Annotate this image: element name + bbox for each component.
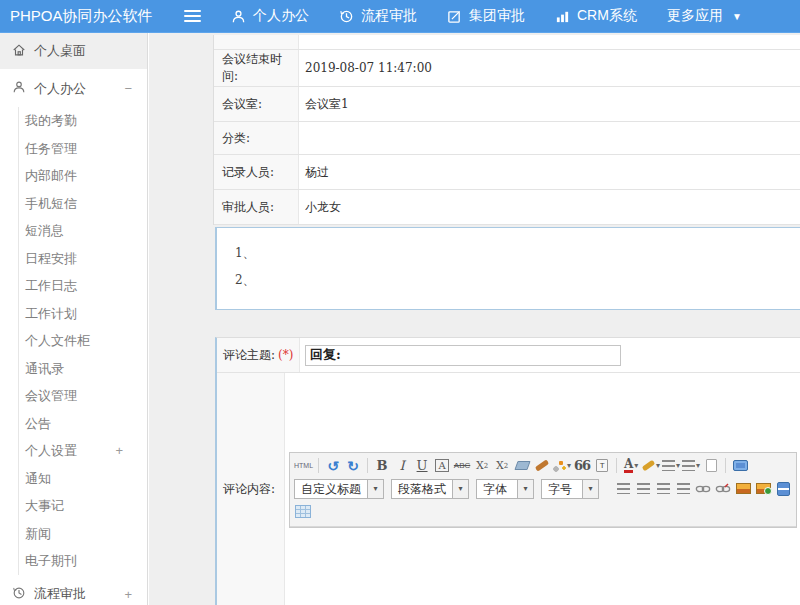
sidebar-item-major-events[interactable]: 大事记 [19, 492, 147, 520]
expand-icon[interactable]: + [124, 587, 132, 602]
subscript-button[interactable]: X2 [493, 457, 511, 475]
table-row: 记录人员: 杨过 [214, 155, 800, 190]
sidebar-item-e-journal[interactable]: 电子期刊 [19, 547, 147, 575]
font-name-button[interactable]: A [435, 459, 448, 472]
eraser-icon [514, 461, 530, 470]
sidebar-item-news[interactable]: 新闻 [19, 520, 147, 548]
sidebar-item-short-message[interactable]: 短消息 [19, 217, 147, 245]
comment-subject-input[interactable] [305, 345, 621, 366]
bold-button[interactable]: B [373, 457, 391, 475]
comment-content-row: 评论内容: HTML ↺ ↻ B I U [217, 373, 800, 605]
history-icon [339, 9, 354, 24]
field-value: 会议室1 [299, 87, 800, 121]
sidebar-item-announcements[interactable]: 公告 [19, 410, 147, 438]
sidebar-item-schedule[interactable]: 日程安排 [19, 245, 147, 273]
nav-workflow-approval[interactable]: 流程审批 [339, 7, 417, 25]
paragraph-format-select[interactable]: 段落格式 ▾ [391, 479, 469, 499]
ordered-list-button[interactable]: ▾ [662, 457, 680, 475]
remove-link-button[interactable] [714, 480, 732, 498]
caret-down-icon: ▾ [696, 461, 700, 470]
insert-table-button[interactable] [294, 503, 312, 521]
nav-personal-office[interactable]: 个人办公 [231, 7, 309, 25]
sidebar-item-internal-mail[interactable]: 内部邮件 [19, 162, 147, 190]
custom-heading-select[interactable]: 自定义标题 ▾ [294, 479, 384, 499]
font-size-select[interactable]: 字号 ▾ [541, 479, 599, 499]
nav-more-apps[interactable]: 更多应用 ▼ [667, 7, 742, 25]
minutes-line: 1、 [235, 240, 800, 267]
unlink-icon [715, 483, 731, 495]
align-right-button[interactable] [654, 480, 672, 498]
comment-content-label: 评论内容: [223, 481, 275, 498]
expand-icon[interactable]: + [115, 437, 123, 465]
new-page-icon [706, 459, 717, 472]
sidebar-item-desktop[interactable]: 个人桌面 [0, 33, 147, 69]
table-row: 会议结束时间: 2019-08-07 11:47:00 [214, 50, 800, 87]
strikethrough-button[interactable]: ABC [453, 457, 471, 475]
sidebar-item-attendance[interactable]: 我的考勤 [19, 107, 147, 135]
sidebar-item-tasks[interactable]: 任务管理 [19, 135, 147, 163]
table-row: 会议室: 会议室1 [214, 87, 800, 122]
collapse-icon[interactable]: − [124, 81, 132, 96]
nav-crm-system[interactable]: CRM系统 [555, 7, 637, 25]
sidebar-item-file-cabinet[interactable]: 个人文件柜 [19, 327, 147, 355]
table-icon [295, 505, 311, 518]
sidebar-submenu: 我的考勤 任务管理 内部邮件 手机短信 短消息 日程安排 工作日志 工作计划 个… [18, 107, 147, 575]
sidebar-item-notifications[interactable]: 通知 [19, 465, 147, 493]
sidebar-item-work-log[interactable]: 工作日志 [19, 272, 147, 300]
unordered-list-button[interactable]: ▾ [682, 457, 700, 475]
insert-link-button[interactable] [694, 480, 712, 498]
align-center-button[interactable] [634, 480, 652, 498]
fullscreen-button[interactable] [731, 457, 749, 475]
unordered-list-icon [682, 460, 695, 471]
split-view-button[interactable] [774, 480, 792, 498]
font-color-button[interactable]: A▾ [622, 457, 640, 475]
field-label: 分类: [214, 122, 299, 154]
new-page-button[interactable] [702, 457, 720, 475]
top-nav: 个人办公 流程审批 集团审批 CRM系统 [231, 7, 742, 25]
bar-chart-icon [555, 9, 570, 24]
highlight-pen-button[interactable]: ▾ [642, 457, 660, 475]
blockquote-button[interactable]: 66 [573, 457, 591, 475]
sidebar-group-workflow-approval[interactable]: 流程审批 + [0, 579, 147, 605]
sidebar-item-contacts[interactable]: 通讯录 [19, 355, 147, 383]
underline-button[interactable]: U [413, 457, 431, 475]
sidebar-group-personal-office[interactable]: 个人办公 − [0, 73, 147, 104]
format-wand-button[interactable]: ▾ [553, 457, 571, 475]
fullscreen-icon [733, 460, 748, 471]
meeting-detail-table: 会议结束时间: 2019-08-07 11:47:00 会议室: 会议室1 分类… [213, 35, 800, 225]
field-value: 小龙女 [299, 190, 800, 224]
toolbar-row-3 [294, 501, 792, 523]
paintbrush-button[interactable] [533, 457, 551, 475]
user-icon [231, 9, 246, 24]
undo-button[interactable]: ↺ [324, 457, 342, 475]
insert-image-button[interactable] [734, 480, 752, 498]
table-row: 分类: [214, 122, 800, 155]
field-value [299, 122, 800, 154]
superscript-button[interactable]: X2 [473, 457, 491, 475]
font-family-select[interactable]: 字体 ▾ [476, 479, 534, 499]
hamburger-menu-icon[interactable] [184, 10, 201, 23]
html-source-button[interactable]: HTML [294, 457, 313, 475]
paste-as-text-button[interactable]: T [593, 457, 611, 475]
caret-down-icon: ▾ [567, 461, 571, 470]
eraser-button[interactable] [513, 457, 531, 475]
redo-button[interactable]: ↻ [344, 457, 362, 475]
home-icon [12, 43, 26, 60]
nav-group-approval[interactable]: 集团审批 [447, 7, 525, 25]
sidebar-item-work-plan[interactable]: 工作计划 [19, 300, 147, 328]
history-icon [12, 586, 26, 603]
insert-multi-image-button[interactable] [754, 480, 772, 498]
caret-down-icon: ▾ [452, 480, 468, 498]
sidebar-item-meeting-management[interactable]: 会议管理 [19, 382, 147, 410]
align-center-icon [637, 483, 650, 494]
italic-button[interactable]: I [393, 457, 411, 475]
sidebar-item-personal-settings[interactable]: 个人设置 + [19, 437, 147, 465]
paintbrush-icon [535, 459, 549, 471]
user-icon [12, 80, 26, 97]
align-justify-button[interactable] [674, 480, 692, 498]
meeting-minutes-box: 1、 2、 [215, 227, 800, 310]
app-logo: PHPOA协同办公软件 [0, 7, 184, 26]
minutes-line: 2、 [235, 267, 800, 294]
sidebar-item-sms[interactable]: 手机短信 [19, 190, 147, 218]
align-left-button[interactable] [614, 480, 632, 498]
